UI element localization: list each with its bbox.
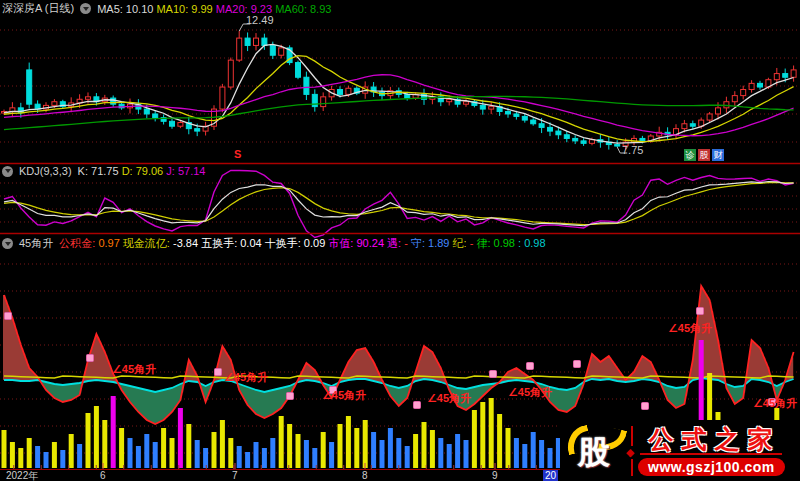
kdj-values: K: 71.75 D: 79.06 J: 57.14	[78, 165, 206, 177]
field: MA20: 9.23	[216, 3, 272, 15]
event-badge[interactable]: 股	[698, 149, 710, 161]
indicator-cloud	[3, 287, 793, 423]
field: : 0.98	[518, 237, 546, 249]
signal-label: ∠45角升	[427, 391, 471, 406]
site-url[interactable]: www.gszj100.com	[638, 458, 785, 476]
field: K: 71.75	[78, 165, 119, 177]
panel1-header: 深深房A (日线) MA5: 10.10 MA10: 9.99 MA20: 9.…	[2, 1, 331, 16]
panel3-header: 45角升 公积金: 0.97 现金流亿: -3.84 五换手: 0.04 十换手…	[2, 236, 546, 251]
chevron-down-icon[interactable]	[80, 3, 91, 14]
indicator-title: 45角升	[19, 236, 53, 251]
axis-month-label: 7	[232, 470, 238, 481]
event-badges[interactable]: 诊股财	[684, 149, 724, 161]
field: 市值: 90.24	[328, 237, 384, 249]
signal-label: ∠45角升	[753, 396, 797, 411]
axis-month-label: 6	[100, 470, 106, 481]
indicator-values: 公积金: 0.97 现金流亿: -3.84 五换手: 0.04 十换手: 0.0…	[59, 236, 545, 251]
trough-price-label: 7.75	[622, 144, 643, 156]
field: 遇: -	[387, 237, 408, 249]
bull-logo-icon: 股	[564, 425, 626, 477]
kdj-lines	[4, 171, 794, 238]
stock-title: 深深房A (日线)	[2, 1, 74, 16]
candlestick-series	[2, 31, 797, 150]
signal-label: ∠45角升	[668, 321, 712, 336]
signal-label: ∠45角升	[322, 388, 366, 403]
axis-month-label: 9	[492, 470, 498, 481]
field: MA10: 9.99	[156, 3, 212, 15]
field: 守: 1.89	[411, 237, 450, 249]
field: D: 79.06	[122, 165, 164, 177]
brand-name: 公式之家	[640, 426, 782, 455]
field: J: 57.14	[166, 165, 205, 177]
field: 十换手: 0.09	[265, 237, 326, 249]
chevron-down-icon[interactable]	[2, 238, 13, 249]
signal-label: ∠45角升	[112, 362, 156, 377]
field: 现金流亿: -3.84	[123, 237, 198, 249]
panel2-header: KDJ(9,3,3) K: 71.75 D: 79.06 J: 57.14	[2, 165, 205, 177]
field: 公积金: 0.97	[59, 237, 120, 249]
peak-price-label: 12.49	[246, 14, 274, 26]
axis-highlight-date: 20	[543, 470, 558, 481]
field: 五换手: 0.04	[201, 237, 262, 249]
axis-year-label: 2022年	[6, 470, 38, 481]
field: 律: 0.98	[476, 237, 515, 249]
diamond-icon: ◆	[626, 446, 634, 459]
stock-chart-window: 深深房A (日线) MA5: 10.10 MA10: 9.99 MA20: 9.…	[0, 0, 800, 481]
chevron-down-icon[interactable]	[2, 166, 13, 177]
field: 纪: -	[453, 237, 474, 249]
divider: ◆	[631, 426, 633, 476]
field: MA60: 8.93	[275, 3, 331, 15]
event-badge[interactable]: 诊	[684, 149, 696, 161]
sell-signal-marker: S	[234, 148, 241, 160]
signal-label: ∠45角升	[508, 385, 552, 400]
event-badge[interactable]: 财	[712, 149, 724, 161]
site-watermark: 股 ◆ 公式之家 www.gszj100.com	[560, 420, 800, 481]
axis-month-label: 8	[362, 470, 368, 481]
kdj-title: KDJ(9,3,3)	[19, 165, 72, 177]
ma-values: MA5: 10.10 MA10: 9.99 MA20: 9.23 MA60: 8…	[97, 3, 331, 15]
signal-label: ∠45角升	[224, 370, 268, 385]
field: MA5: 10.10	[97, 3, 153, 15]
